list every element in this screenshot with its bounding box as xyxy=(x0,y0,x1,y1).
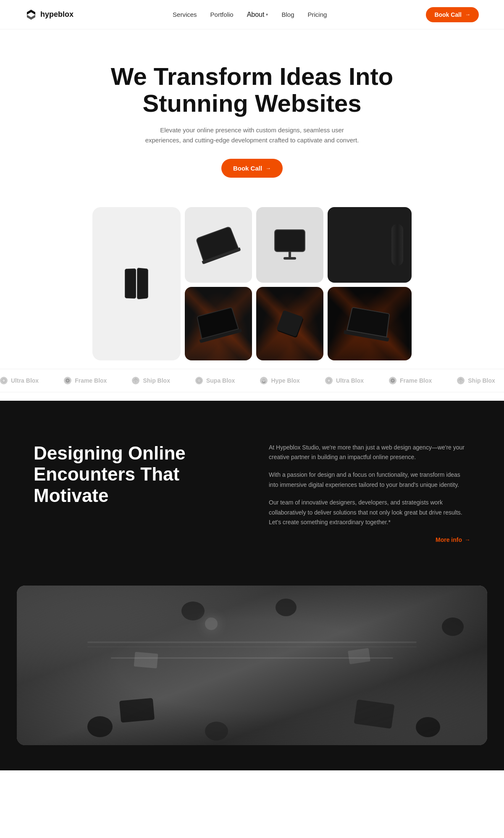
about-left-col: Designing Online Encounters That Motivat… xyxy=(34,443,235,507)
ticker-item-frameblox: Frame Blox xyxy=(64,377,107,384)
svg-point-8 xyxy=(392,380,394,381)
logo-icon xyxy=(25,9,37,21)
svg-point-1 xyxy=(3,379,5,382)
hero-image-grid xyxy=(84,194,420,360)
dark-laptop-scene xyxy=(185,287,252,360)
about-para1: At Hypeblox Studio, we're more than just… xyxy=(269,443,470,463)
nav-pricing[interactable]: Pricing xyxy=(307,11,327,18)
nav-portfolio[interactable]: Portfolio xyxy=(210,11,234,18)
team-photo-section xyxy=(0,586,504,770)
hero-subtext: Elevate your online presence with custom… xyxy=(143,125,361,145)
grid-cell-speaker xyxy=(328,207,412,283)
floating-laptop-icon xyxy=(197,226,241,264)
navbar: hypeblox Services Portfolio About ▾ Blog… xyxy=(0,0,504,29)
frameblox-icon xyxy=(64,377,71,384)
dark-laptop2 xyxy=(328,287,412,360)
svg-point-4 xyxy=(197,378,201,383)
grid-cell-laser-laptop xyxy=(185,287,252,360)
about-heading: Designing Online Encounters That Motivat… xyxy=(34,443,235,507)
svg-point-3 xyxy=(67,380,68,381)
arrow-right-icon: → xyxy=(465,11,470,18)
ticker-item-shipblox2: Ship Blox xyxy=(457,377,495,384)
ultrablox-icon xyxy=(0,377,8,384)
hypeblox-ticker-icon xyxy=(260,377,268,384)
foldphone-icon xyxy=(125,268,149,299)
about-para3: Our team of innovative designers, develo… xyxy=(269,498,470,528)
about-section: Designing Online Encounters That Motivat… xyxy=(0,401,504,586)
more-info-button[interactable]: More info → xyxy=(436,536,470,543)
hero-arrow-icon: → xyxy=(265,165,271,171)
shipblox-icon xyxy=(132,377,139,384)
hero-section: We Transform Ideas Into Stunning Website… xyxy=(0,29,504,194)
hero-bookcall-button[interactable]: Book Call → xyxy=(221,159,283,178)
ticker-item-hypeblox: Hype Blox xyxy=(260,377,299,384)
ticker-item-frameblox2: Frame Blox xyxy=(389,377,432,384)
brand-logo[interactable]: hypeblox xyxy=(25,9,74,21)
ticker-item-ultrablox: Ultra Blox xyxy=(0,377,39,384)
brand-name: hypeblox xyxy=(40,10,74,19)
nav-about[interactable]: About ▾ xyxy=(247,11,268,18)
nav-blog[interactable]: Blog xyxy=(281,11,294,18)
grid-cell-foldphone xyxy=(92,207,181,360)
frameblox2-icon xyxy=(389,377,396,384)
about-para2: With a passion for design and a focus on… xyxy=(269,470,470,490)
svg-point-6 xyxy=(328,379,330,382)
ultrablox2-icon xyxy=(325,377,333,384)
grid-cell-orange-shapes xyxy=(256,287,323,360)
grid-cell-monitor xyxy=(256,207,323,283)
nav-bookcall-button[interactable]: Book Call → xyxy=(426,7,479,22)
brands-ticker: Ultra Blox Frame Blox Ship Blox Supa Blo… xyxy=(0,369,504,392)
chevron-down-icon: ▾ xyxy=(266,12,268,17)
team-photo xyxy=(17,586,487,745)
photo-inner xyxy=(17,586,487,745)
ticker-item-supablox: Supa Blox xyxy=(195,377,235,384)
shipblox2-icon xyxy=(457,377,465,384)
more-info-arrow-icon: → xyxy=(465,536,470,543)
ticker-item-shipblox: Ship Blox xyxy=(132,377,170,384)
ticker-track: Ultra Blox Frame Blox Ship Blox Supa Blo… xyxy=(0,377,504,384)
grid-cell-dark-laptop xyxy=(328,287,412,360)
monitor-icon xyxy=(275,230,304,260)
hero-headline: We Transform Ideas Into Stunning Website… xyxy=(109,63,395,117)
grid-cell-floating-laptop xyxy=(185,207,252,283)
nav-links: Services Portfolio About ▾ Blog Pricing xyxy=(173,11,327,18)
about-right-col: At Hypeblox Studio, we're more than just… xyxy=(269,443,470,544)
ticker-item-ultrablox2: Ultra Blox xyxy=(325,377,364,384)
speaker-icon xyxy=(391,224,403,266)
nav-services[interactable]: Services xyxy=(173,11,197,18)
supablox-icon xyxy=(195,377,203,384)
